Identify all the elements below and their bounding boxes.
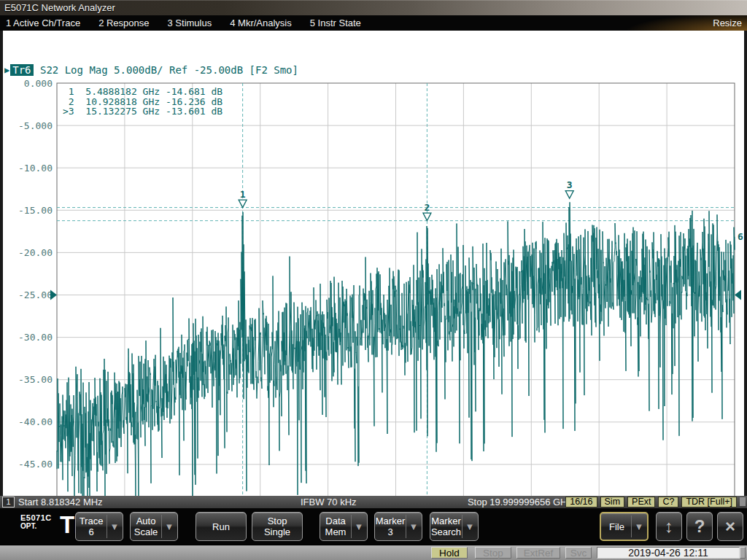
data-mem-dropdown-arrow-icon[interactable]: ▼ bbox=[351, 515, 366, 538]
menu-item-5-instr-state[interactable]: 5 Instr State bbox=[310, 15, 361, 31]
status-bar-end-cap bbox=[740, 547, 746, 559]
trace-button-label: Trace6 bbox=[76, 513, 107, 540]
stop-single-button-label: StopSingle bbox=[252, 513, 302, 540]
y-axis-tick: -15.00 bbox=[18, 205, 53, 216]
datetime-readout: 2019-04-26 12:11 bbox=[597, 547, 740, 559]
channel-badges: 16/16SimPExtC?TDR [Full+] bbox=[565, 497, 737, 508]
y-axis-tick: -5.000 bbox=[18, 120, 53, 131]
y-axis-tick: -35.00 bbox=[18, 374, 53, 385]
marker-3-number: 3 bbox=[567, 179, 573, 190]
trace-button[interactable]: Trace6▼ bbox=[75, 512, 123, 541]
stop-frequency-readout[interactable]: Stop 19.999999656 GHz bbox=[468, 497, 572, 508]
logo-option: OPT. bbox=[20, 522, 52, 530]
marker-button[interactable]: Marker3▼ bbox=[374, 512, 422, 541]
ifbw-readout[interactable]: IFBW 70 kHz bbox=[301, 497, 357, 508]
status-badge-16-16[interactable]: 16/16 bbox=[565, 497, 597, 508]
marker-search-button[interactable]: MarkerSearch▼ bbox=[430, 512, 479, 541]
trace-number-label: 6 bbox=[738, 231, 743, 242]
instrument-logo: E5071C OPT. TDR bbox=[20, 513, 52, 530]
status-badge-tdr-full-[interactable]: TDR [Full+] bbox=[681, 497, 737, 508]
y-axis-tick: -25.00 bbox=[18, 289, 53, 300]
system-status-bar: HoldStopExtRefSvc 2019-04-26 12:11 bbox=[0, 545, 747, 560]
menu-item-4-mkr-analysis[interactable]: 4 Mkr/Analysis bbox=[230, 15, 292, 31]
y-axis-tick: -40.00 bbox=[18, 416, 53, 427]
logo-model: E5071C bbox=[20, 513, 52, 522]
file-button-label: File bbox=[601, 513, 632, 540]
channel-status-bar: 1 Start 8.818342 MHz IFBW 70 kHz Stop 19… bbox=[0, 496, 747, 508]
status-badge-c-[interactable]: C? bbox=[658, 497, 678, 508]
marker-search-dropdown-arrow-icon[interactable]: ▼ bbox=[462, 515, 477, 538]
trace-dropdown-arrow-icon[interactable]: ▼ bbox=[107, 515, 122, 538]
auto-scale-button[interactable]: AutoScale▼ bbox=[130, 512, 178, 541]
channel-number-box: 1 bbox=[2, 497, 15, 508]
status-cell-svc: Svc bbox=[565, 547, 592, 559]
updown-button[interactable]: ↕ bbox=[656, 512, 682, 541]
file-button[interactable]: File▼ bbox=[600, 512, 649, 541]
status-badge-pext[interactable]: PExt bbox=[627, 497, 655, 508]
data-mem-button-label: DataMem bbox=[320, 513, 351, 540]
y-axis-tick: -10.00 bbox=[18, 163, 53, 174]
auto-scale-dropdown-arrow-icon[interactable]: ▼ bbox=[161, 515, 177, 538]
stop-single-button[interactable]: StopSingle bbox=[252, 512, 303, 541]
ref-level-arrow-right bbox=[735, 290, 741, 300]
softkey-toolbar: E5071C OPT. TDR Trace6▼AutoScale▼RunStop… bbox=[0, 508, 747, 545]
menu-item-3-stimulus[interactable]: 3 Stimulus bbox=[168, 15, 212, 31]
marker-table-row: >3 15.132275 GHz -13.601 dB bbox=[63, 106, 222, 117]
window-title: E5071C Network Analyzer bbox=[4, 2, 115, 13]
marker-2-number: 2 bbox=[425, 202, 430, 213]
help-button[interactable]: ? bbox=[686, 512, 713, 541]
active-trace-arrow-icon: ▶ bbox=[4, 65, 9, 75]
y-axis-tick: -30.00 bbox=[18, 332, 53, 343]
y-axis-tick: 0.000 bbox=[24, 78, 53, 89]
marker-1-symbol[interactable] bbox=[239, 200, 247, 208]
marker-search-button-label: MarkerSearch bbox=[430, 513, 462, 540]
trace-format-text: S22 Log Mag 5.000dB/ Ref -25.00dB [F2 Sm… bbox=[34, 64, 298, 76]
status-badge-sim[interactable]: Sim bbox=[600, 497, 625, 508]
data-mem-button[interactable]: DataMem▼ bbox=[320, 512, 368, 541]
marker-2-symbol[interactable] bbox=[423, 213, 431, 221]
auto-scale-button-label: AutoScale bbox=[131, 513, 161, 540]
status-cell-stop: Stop bbox=[475, 547, 511, 559]
menu-item-2-response[interactable]: 2 Response bbox=[98, 15, 149, 31]
trace-status-line[interactable]: ▶Tr6 S22 Log Mag 5.000dB/ Ref -25.00dB [… bbox=[4, 64, 298, 76]
run-button-label: Run bbox=[196, 513, 246, 540]
start-frequency-readout[interactable]: Start 8.818342 MHz bbox=[18, 497, 103, 508]
menu-resize[interactable]: Resize bbox=[713, 15, 742, 31]
y-axis-tick: -45.00 bbox=[18, 459, 53, 470]
marker-button-label: Marker3 bbox=[375, 513, 406, 540]
y-axis-tick: -20.00 bbox=[18, 247, 53, 258]
menu-item-1-active-ch-trace[interactable]: 1 Active Ch/Trace bbox=[6, 15, 80, 31]
menu-bar: 1 Active Ch/Trace2 Response3 Stimulus4 M… bbox=[0, 15, 747, 31]
marker-3-symbol[interactable] bbox=[565, 191, 573, 199]
file-dropdown-arrow-icon[interactable]: ▼ bbox=[631, 516, 646, 537]
channel-bar-end-cap bbox=[740, 497, 746, 506]
marker-1-number: 1 bbox=[240, 189, 246, 200]
window-titlebar[interactable]: E5071C Network Analyzer bbox=[0, 0, 747, 15]
run-button[interactable]: Run bbox=[196, 512, 247, 541]
close-button[interactable]: × bbox=[717, 512, 743, 541]
plot-region: ▶Tr6 S22 Log Mag 5.000dB/ Ref -25.00dB [… bbox=[0, 31, 747, 496]
window-right-border bbox=[744, 31, 747, 508]
ref-level-arrow-left bbox=[50, 290, 57, 300]
marker-dropdown-arrow-icon[interactable]: ▼ bbox=[406, 515, 421, 538]
status-cell-hold: Hold bbox=[431, 547, 468, 559]
status-cell-extref: ExtRef bbox=[516, 547, 560, 559]
trace-id-badge: Tr6 bbox=[10, 64, 33, 76]
window-left-border bbox=[0, 31, 3, 508]
measurement-plot[interactable]: 0.000-5.000-10.00-15.00-20.00-25.00-30.0… bbox=[0, 61, 747, 539]
menu-items: 1 Active Ch/Trace2 Response3 Stimulus4 M… bbox=[6, 15, 379, 31]
